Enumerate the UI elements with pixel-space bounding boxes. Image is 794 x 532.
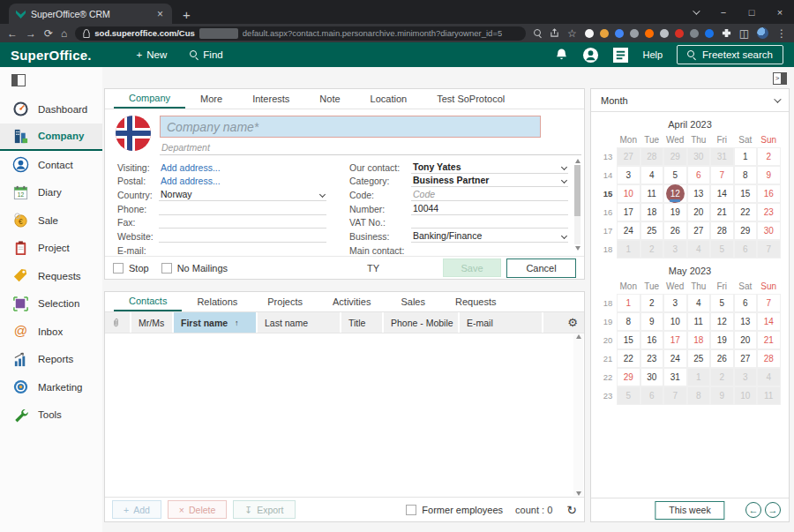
vat-no-input[interactable] <box>413 216 566 227</box>
column-settings-gear-icon[interactable]: ⚙ <box>561 312 584 333</box>
calendar-day[interactable]: 21 <box>710 203 734 221</box>
company-name-input[interactable] <box>160 116 541 138</box>
navigator-menu-icon[interactable] <box>613 48 628 63</box>
calendar-day[interactable]: 6 <box>734 240 758 259</box>
former-employees-checkbox[interactable] <box>406 505 416 515</box>
calendar-day[interactable]: 10 <box>663 312 687 331</box>
extensions-puzzle-icon[interactable] <box>722 28 731 38</box>
window-close-button[interactable]: × <box>766 0 794 24</box>
back-icon[interactable]: ← <box>7 28 18 39</box>
calendar-day[interactable]: 27 <box>734 349 758 368</box>
help-link[interactable]: Help <box>642 49 663 60</box>
calendar-day[interactable]: 19 <box>710 331 734 349</box>
calendar-day[interactable]: 28 <box>757 349 781 368</box>
save-button[interactable]: Save <box>443 259 501 277</box>
home-icon[interactable]: ⌂ <box>61 28 67 39</box>
add-address-link[interactable]: Add address... <box>159 176 326 187</box>
split-screen-icon[interactable]: ◫ <box>739 28 749 39</box>
code-input[interactable] <box>413 189 566 199</box>
sidebar-item-contact[interactable]: Contact <box>0 151 102 179</box>
form-scrollbar[interactable] <box>573 159 581 251</box>
calendar-day[interactable]: 23 <box>640 349 664 368</box>
calendar-day[interactable]: 28 <box>640 147 664 166</box>
calendar-day[interactable]: 2 <box>757 147 781 166</box>
calendar-day[interactable]: 13 <box>687 184 711 203</box>
sidebar-item-inbox[interactable]: @Inbox <box>0 318 102 346</box>
sidebar-item-project[interactable]: Project <box>0 235 102 263</box>
calendar-day[interactable]: 11 <box>757 386 781 405</box>
calendar-day[interactable]: 2 <box>640 294 664 312</box>
profile-avatar[interactable] <box>757 27 768 39</box>
extension-icon[interactable] <box>645 29 654 38</box>
calendar-day[interactable]: 10 <box>734 386 758 405</box>
calendar-day[interactable]: 8 <box>687 386 711 405</box>
extension-icon[interactable] <box>690 29 699 38</box>
refresh-icon[interactable]: ↻ <box>566 503 577 517</box>
calendar-day[interactable]: 9 <box>640 312 664 331</box>
share-icon[interactable] <box>550 28 559 38</box>
sidebar-toggle-icon[interactable] <box>11 74 26 86</box>
calendar-day[interactable]: 31 <box>710 147 734 166</box>
department-input[interactable] <box>160 140 581 155</box>
sidebar-item-reports[interactable]: Reports <box>0 346 102 374</box>
calendar-day[interactable]: 24 <box>617 221 640 240</box>
calendar-day[interactable]: 5 <box>663 166 687 184</box>
column-header-e-mail[interactable]: E-mail <box>460 312 543 333</box>
window-maximize-button[interactable]: □ <box>738 0 766 24</box>
calendar-day[interactable]: 11 <box>640 184 664 203</box>
calendar-day[interactable]: 15 <box>617 331 640 349</box>
calendar-day[interactable]: 11 <box>687 312 711 331</box>
calendar-day[interactable]: 1 <box>617 240 640 259</box>
calendar-day[interactable]: 2 <box>640 240 664 259</box>
calendar-day[interactable]: 23 <box>757 203 781 221</box>
calendar-day[interactable]: 17 <box>617 203 640 221</box>
calendar-day[interactable]: 7 <box>757 240 781 259</box>
add-address-link[interactable]: Add address... <box>159 162 326 174</box>
column-header-attachment[interactable] <box>105 312 131 333</box>
calendar-day[interactable]: 9 <box>757 166 781 184</box>
calendar-day[interactable]: 7 <box>663 386 687 405</box>
calendar-day[interactable]: 30 <box>757 221 781 240</box>
calendar-day[interactable]: 28 <box>710 221 734 240</box>
calendar-day[interactable]: 6 <box>687 166 711 184</box>
calendar-day[interactable]: 7 <box>710 166 734 184</box>
calendar-day[interactable]: 6 <box>734 294 758 312</box>
sidebar-item-selection[interactable]: Selection <box>0 290 102 318</box>
category-select[interactable]: Business Partner <box>411 175 568 187</box>
calendar-day[interactable]: 21 <box>757 331 781 349</box>
tab-company[interactable]: Company <box>114 89 185 109</box>
calendar-day[interactable]: 17 <box>663 331 687 349</box>
calendar-day[interactable]: 1 <box>617 294 640 312</box>
sidebar-item-dashboard[interactable]: Dashboard <box>0 95 102 124</box>
calendar-day[interactable]: 4 <box>687 294 711 312</box>
archive-tab-projects[interactable]: Projects <box>252 292 318 311</box>
archive-tab-sales[interactable]: Sales <box>386 292 440 311</box>
e-mail-input[interactable] <box>161 244 325 255</box>
sidebar-item-sale[interactable]: €Sale <box>0 206 102 235</box>
calendar-day[interactable]: 3 <box>663 294 687 312</box>
country-select[interactable]: Norway <box>159 189 326 201</box>
extension-icon[interactable] <box>705 29 714 38</box>
tab-test-soprotocol[interactable]: Test SoProtocol <box>422 89 520 109</box>
scroll-up-icon[interactable] <box>576 334 581 339</box>
calendar-day[interactable]: 2 <box>710 368 734 386</box>
calendar-day[interactable]: 20 <box>687 203 711 221</box>
calendar-day[interactable]: 3 <box>617 166 640 184</box>
calendar-day[interactable]: 26 <box>710 349 734 368</box>
table-scrollbar[interactable] <box>573 334 583 496</box>
calendar-day[interactable]: 3 <box>734 368 758 386</box>
calendar-day[interactable]: 4 <box>687 240 711 259</box>
tab-note[interactable]: Note <box>304 89 355 109</box>
calendar-day[interactable]: 25 <box>640 221 664 240</box>
reload-icon[interactable]: ⟳ <box>44 28 53 39</box>
window-minimize-button[interactable]: − <box>709 0 738 24</box>
find-button[interactable]: Find <box>178 42 234 67</box>
scroll-down-icon[interactable] <box>575 246 581 251</box>
column-header-last-name[interactable]: Last name <box>258 312 341 333</box>
extension-icon[interactable] <box>660 29 669 38</box>
business-select[interactable]: Banking/Finance <box>411 230 568 243</box>
extension-icon[interactable] <box>585 29 594 38</box>
column-header-phone-mobile[interactable]: Phone - Mobile <box>384 312 460 333</box>
extension-icon[interactable] <box>630 29 639 38</box>
phone-input[interactable] <box>161 203 325 214</box>
